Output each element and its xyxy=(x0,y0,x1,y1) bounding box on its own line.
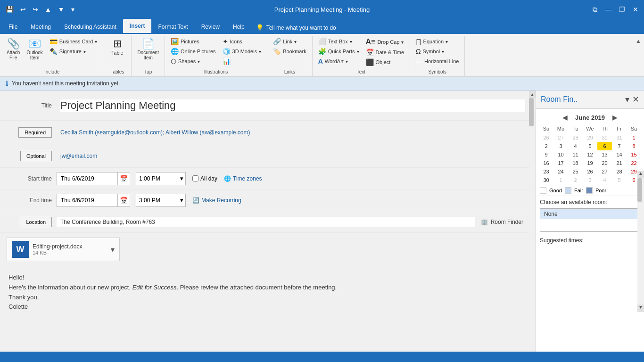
text-box-dropdown[interactable]: ▾ xyxy=(350,39,352,44)
signature-button[interactable]: ✒️ Signature ▾ xyxy=(47,47,100,56)
calendar-prev-button[interactable]: ◀ xyxy=(560,113,570,122)
minimize-icon[interactable]: — xyxy=(603,5,613,14)
cal-day-26-may[interactable]: 26 xyxy=(539,133,553,142)
restore-icon[interactable]: ❐ xyxy=(617,5,627,14)
signature-dropdown[interactable]: ▾ xyxy=(83,49,86,54)
wordart-dropdown[interactable]: ▾ xyxy=(346,59,348,64)
business-card-button[interactable]: 💳 Business Card ▾ xyxy=(47,37,100,46)
room-none-item[interactable]: None xyxy=(540,209,640,219)
3d-models-dropdown[interactable]: ▾ xyxy=(259,49,261,54)
text-box-button[interactable]: ⬜ Text Box ▾ xyxy=(315,37,362,46)
shapes-dropdown[interactable]: ▾ xyxy=(198,59,200,64)
equation-button[interactable]: ∏ Equation ▾ xyxy=(413,37,462,46)
drop-cap-button[interactable]: A≡ Drop Cap ▾ xyxy=(363,37,407,47)
maximize-restore-icon[interactable]: ⧉ xyxy=(591,5,599,15)
tab-meeting[interactable]: Meeting xyxy=(24,20,58,34)
tab-format-text[interactable]: Format Text xyxy=(151,20,194,34)
business-card-dropdown[interactable]: ▾ xyxy=(95,39,97,44)
cal-day-2-jul[interactable]: 2 xyxy=(568,176,583,184)
cal-day-31-may[interactable]: 31 xyxy=(612,133,627,142)
cal-day-12[interactable]: 12 xyxy=(583,150,597,159)
cal-day-2[interactable]: 2 xyxy=(539,142,553,150)
cal-day-30[interactable]: 30 xyxy=(539,176,553,184)
scroll-up-button[interactable]: ▲ xyxy=(529,90,536,98)
link-dropdown[interactable]: ▾ xyxy=(294,39,297,44)
quick-parts-button[interactable]: 🧩 Quick Parts ▾ xyxy=(315,47,362,56)
pictures-button[interactable]: 🖼️ Pictures xyxy=(168,37,219,46)
cal-day-9[interactable]: 9 xyxy=(539,150,553,159)
3d-models-button[interactable]: 🧊 3D Models ▾ xyxy=(220,47,264,56)
outlook-item-button[interactable]: 📧 Outlook Item xyxy=(24,37,45,62)
cal-day-1-jul[interactable]: 1 xyxy=(553,176,568,184)
equation-dropdown[interactable]: ▾ xyxy=(446,39,448,44)
attach-file-button[interactable]: 📎 Attach File xyxy=(4,37,23,62)
rf-scroll-down[interactable]: ▼ xyxy=(637,304,644,312)
rf-scroll-thumb[interactable] xyxy=(637,178,642,202)
qat-dropdown-icon[interactable]: ▾ xyxy=(69,5,76,14)
optional-button[interactable]: Optional xyxy=(20,151,52,161)
icons-button[interactable]: ✦ Icons xyxy=(220,37,264,46)
cal-day-4-jul[interactable]: 4 xyxy=(597,176,612,184)
optional-value[interactable]: jw@email.com xyxy=(60,153,97,159)
time-zones-button[interactable]: 🌐 Time zones xyxy=(224,175,262,182)
cal-day-8[interactable]: 8 xyxy=(627,142,641,150)
start-date-input[interactable] xyxy=(57,172,118,185)
body-area[interactable]: Hello! Here's the information about our … xyxy=(0,266,529,319)
tab-scheduling[interactable]: Scheduling Assistant xyxy=(58,20,123,34)
document-item-button[interactable]: 📄 Document Item xyxy=(134,37,162,62)
undo-icon[interactable]: ↩ xyxy=(18,5,28,14)
required-value[interactable]: Cecilia Smith (seamguide@outlook.com); A… xyxy=(60,129,250,136)
cal-day-1[interactable]: 1 xyxy=(627,133,641,142)
chart-button[interactable]: 📊 xyxy=(220,57,264,66)
symbol-button[interactable]: Ω Symbol ▾ xyxy=(413,47,462,56)
horizontal-line-button[interactable]: — Horizontal Line xyxy=(413,57,462,66)
down-icon[interactable]: ▼ xyxy=(56,5,66,14)
cal-day-10[interactable]: 10 xyxy=(553,150,568,159)
cal-day-19[interactable]: 19 xyxy=(583,159,597,167)
cal-day-16[interactable]: 16 xyxy=(539,159,553,167)
cal-day-22[interactable]: 22 xyxy=(627,159,641,167)
start-time-input[interactable] xyxy=(136,172,178,185)
cal-day-3-jul[interactable]: 3 xyxy=(583,176,597,184)
cal-day-24[interactable]: 24 xyxy=(553,167,568,176)
cal-day-25[interactable]: 25 xyxy=(568,167,583,176)
table-button[interactable]: ⊞ Table xyxy=(108,37,127,58)
end-time-input[interactable] xyxy=(136,194,178,207)
cal-day-23[interactable]: 23 xyxy=(539,167,553,176)
title-input[interactable] xyxy=(60,99,525,112)
calendar-next-button[interactable]: ▶ xyxy=(610,113,620,122)
room-finder-button[interactable]: 🏢 Room Finder xyxy=(475,217,529,227)
cal-day-26[interactable]: 26 xyxy=(583,167,597,176)
cal-day-3[interactable]: 3 xyxy=(553,142,568,150)
close-icon[interactable]: ✕ xyxy=(631,5,640,14)
room-finder-close-button[interactable]: ✕ xyxy=(632,94,639,105)
cal-day-5[interactable]: 5 xyxy=(583,142,597,150)
cal-day-30-may[interactable]: 30 xyxy=(597,133,612,142)
cal-day-21[interactable]: 21 xyxy=(612,159,627,167)
cal-day-14[interactable]: 14 xyxy=(612,150,627,159)
end-time-dropdown-button[interactable]: ▾ xyxy=(178,194,186,207)
all-day-checkbox[interactable] xyxy=(192,175,198,181)
up-icon[interactable]: ▲ xyxy=(43,5,53,14)
start-date-calendar-button[interactable]: 📅 xyxy=(118,172,130,185)
start-time-dropdown-button[interactable]: ▾ xyxy=(178,172,186,185)
cal-day-28[interactable]: 28 xyxy=(612,167,627,176)
cal-day-11[interactable]: 11 xyxy=(568,150,583,159)
cal-day-4[interactable]: 4 xyxy=(568,142,583,150)
cal-day-13[interactable]: 13 xyxy=(597,150,612,159)
cal-day-20[interactable]: 20 xyxy=(597,159,612,167)
quick-parts-dropdown[interactable]: ▾ xyxy=(357,49,359,54)
cal-day-28-may[interactable]: 28 xyxy=(568,133,583,142)
make-recurring-button[interactable]: 🔄 Make Recurring xyxy=(192,197,241,204)
cal-day-17[interactable]: 17 xyxy=(553,159,568,167)
tell-me-input[interactable]: Tell me what you want to do xyxy=(266,25,336,31)
cal-day-15[interactable]: 15 xyxy=(627,150,641,159)
end-date-input[interactable] xyxy=(57,194,118,207)
tab-review[interactable]: Review xyxy=(195,20,226,34)
all-day-checkbox-container[interactable]: All day xyxy=(192,175,217,182)
save-icon[interactable]: 💾 xyxy=(4,5,16,14)
redo-icon[interactable]: ↪ xyxy=(31,5,40,14)
cal-day-7[interactable]: 7 xyxy=(612,142,627,150)
tab-file[interactable]: File xyxy=(2,20,24,34)
cal-day-27-may[interactable]: 27 xyxy=(553,133,568,142)
